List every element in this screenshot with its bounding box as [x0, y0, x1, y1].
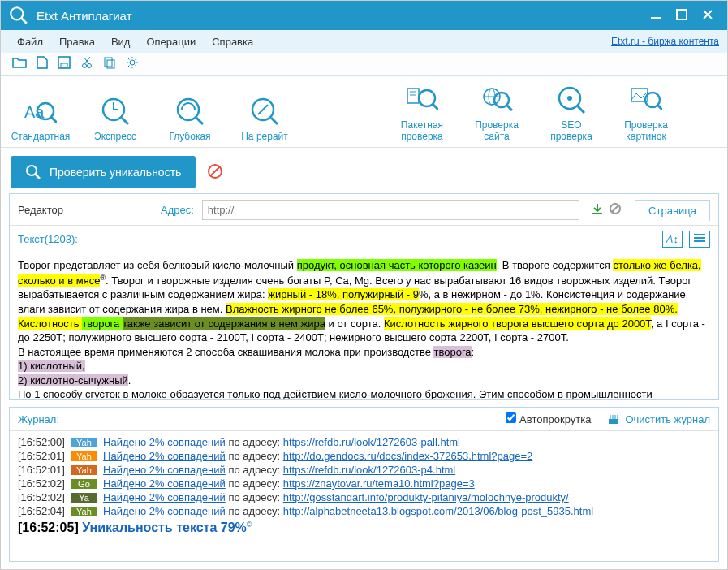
- save-icon[interactable]: [58, 56, 71, 71]
- mode-label: SEO проверка: [550, 119, 592, 142]
- menu-view[interactable]: Вид: [103, 32, 139, 51]
- check-button-label: Проверить уникальность: [50, 166, 181, 179]
- log-url-link[interactable]: http://gosstandart.info/produkty-pitaniy…: [283, 491, 569, 503]
- svg-line-36: [506, 105, 512, 110]
- menu-edit[interactable]: Правка: [51, 32, 103, 51]
- log-title: Журнал:: [18, 413, 59, 425]
- image-magnifier-icon: [630, 84, 662, 116]
- svg-rect-53: [609, 419, 618, 424]
- svg-rect-12: [105, 58, 112, 67]
- log-url-link[interactable]: https://refdb.ru/look/1272603-p4.html: [283, 464, 455, 476]
- log-line: [16:52:00] Yah Найдено 2% совпадений по …: [18, 436, 710, 448]
- mode-label: Экспресс: [94, 131, 136, 142]
- mode-site[interactable]: Проверка сайта: [468, 84, 525, 142]
- log-match-link[interactable]: Найдено 2% совпадений: [103, 436, 226, 448]
- engine-badge: Ya: [71, 493, 97, 503]
- check-modes: Aa Стандартная Экспресс Глубокая На рера…: [1, 76, 727, 148]
- log-match-link[interactable]: Найдено 2% совпадений: [103, 450, 226, 462]
- svg-point-8: [83, 64, 87, 68]
- text-counter-label: Текст(1203):: [18, 233, 78, 245]
- log-url-link[interactable]: http://alphabetneeta13.blogspot.com/2013…: [283, 505, 593, 517]
- clear-log-button[interactable]: Очистить журнал: [607, 412, 710, 425]
- font-size-icon[interactable]: A↕: [662, 231, 683, 248]
- quick-toolbar: [1, 53, 727, 76]
- svg-line-42: [657, 105, 662, 110]
- check-uniqueness-button[interactable]: Проверить уникальность: [11, 156, 196, 188]
- mode-standard[interactable]: Aa Стандартная: [12, 95, 69, 142]
- log-url-link[interactable]: http://do.gendocs.ru/docs/index-372653.h…: [283, 450, 533, 462]
- editor-text-body[interactable]: Творог представляет из себя белковый кис…: [10, 253, 718, 399]
- tab-page[interactable]: Страница: [635, 200, 710, 221]
- svg-rect-3: [677, 10, 687, 19]
- log-url-link[interactable]: https://refdb.ru/look/1272603-pall.html: [283, 436, 460, 448]
- pencil-magnifier-icon: [248, 95, 281, 127]
- svg-point-0: [11, 7, 23, 19]
- mode-express[interactable]: Экспресс: [87, 95, 144, 142]
- svg-line-17: [51, 117, 57, 123]
- log-match-link[interactable]: Найдено 2% совпадений: [103, 464, 226, 476]
- log-line: [16:52:01] Yah Найдено 2% совпадений по …: [18, 450, 710, 462]
- autoscroll-toggle[interactable]: Автопрокрутка: [506, 412, 591, 425]
- engine-badge: Yah: [71, 438, 97, 447]
- download-icon[interactable]: [591, 202, 604, 218]
- autoscroll-checkbox[interactable]: [506, 412, 516, 423]
- maximize-button[interactable]: [669, 5, 695, 27]
- log-body[interactable]: [16:52:00] Yah Найдено 2% совпадений по …: [10, 431, 718, 561]
- mode-deep[interactable]: Глубокая: [162, 95, 218, 142]
- settings-icon[interactable]: [126, 56, 139, 71]
- menu-file[interactable]: Файл: [9, 32, 51, 51]
- svg-line-1: [21, 18, 27, 24]
- engine-badge: Yah: [71, 465, 97, 475]
- magnifier-a-icon: Aa: [24, 95, 57, 127]
- engine-badge: Yah: [71, 507, 97, 516]
- svg-point-22: [178, 99, 199, 120]
- log-url-link[interactable]: https://znaytovar.ru/tema10.html?page=3: [283, 477, 475, 490]
- log-match-link[interactable]: Найдено 2% совпадений: [103, 505, 226, 517]
- menu-help[interactable]: Справка: [204, 32, 261, 51]
- svg-rect-6: [58, 57, 70, 68]
- svg-line-39: [578, 106, 584, 113]
- engine-badge: Go: [71, 479, 97, 489]
- svg-line-10: [84, 57, 90, 64]
- mode-seo[interactable]: SEO проверка: [543, 84, 600, 142]
- seo-magnifier-icon: [555, 84, 588, 116]
- clock-magnifier-icon: [99, 95, 131, 127]
- log-match-link[interactable]: Найдено 2% совпадений: [103, 477, 226, 490]
- mode-label: Проверка картинок: [624, 119, 668, 142]
- layout-icon[interactable]: [689, 231, 710, 248]
- globe-magnifier-icon: [480, 84, 513, 116]
- mode-label: Глубокая: [169, 131, 210, 142]
- menu-ops[interactable]: Операции: [138, 32, 204, 51]
- svg-rect-27: [407, 89, 419, 103]
- svg-rect-7: [61, 63, 67, 67]
- cut-icon[interactable]: [80, 56, 93, 71]
- svg-line-23: [196, 118, 203, 124]
- svg-line-11: [84, 57, 89, 64]
- mode-rewrite[interactable]: На рерайт: [236, 95, 293, 142]
- cancel-icon[interactable]: [609, 202, 622, 218]
- engine-badge: Yah: [71, 451, 97, 461]
- close-button[interactable]: [695, 5, 721, 27]
- log-line: [16:52:04] Yah Найдено 2% совпадений по …: [18, 505, 710, 517]
- log-match-link[interactable]: Найдено 2% совпадений: [103, 491, 226, 503]
- external-link[interactable]: Etxt.ru - биржа контента: [611, 36, 719, 47]
- svg-line-49: [612, 205, 618, 212]
- menubar: Файл Правка Вид Операции Справка Etxt.ru…: [1, 30, 727, 53]
- svg-line-31: [433, 104, 438, 110]
- mode-batch[interactable]: Пакетная проверка: [394, 84, 450, 142]
- deep-magnifier-icon: [174, 95, 206, 127]
- stop-icon[interactable]: [207, 163, 223, 182]
- open-folder-icon[interactable]: [12, 56, 27, 71]
- mode-label: Проверка сайта: [475, 119, 519, 142]
- address-input[interactable]: [202, 200, 579, 220]
- final-result: [16:52:05] Уникальность текста 79%©: [18, 520, 710, 535]
- app-title: Etxt Антиплагиат: [37, 9, 643, 23]
- copy-icon[interactable]: [103, 56, 116, 71]
- mode-images[interactable]: Проверка картинок: [618, 84, 674, 142]
- minimize-button[interactable]: [643, 5, 669, 27]
- svg-line-46: [210, 166, 220, 176]
- new-doc-icon[interactable]: [37, 56, 48, 71]
- address-label: Адрес:: [161, 204, 194, 216]
- app-logo-icon: [7, 4, 30, 27]
- editor-label: Редактор: [18, 204, 156, 216]
